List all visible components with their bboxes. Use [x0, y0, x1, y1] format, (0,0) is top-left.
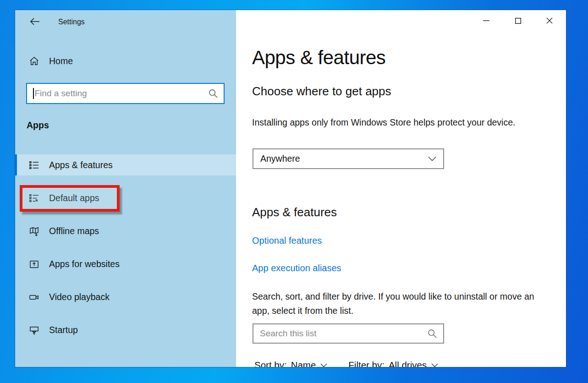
main-content: Apps & features Choose where to get apps… [236, 10, 566, 367]
sidebar-item-apps-features[interactable]: Apps & features [15, 154, 236, 175]
sort-by-label: Sort by: [254, 360, 287, 367]
find-setting-box[interactable] [26, 83, 225, 104]
sidebar-item-label: Home [49, 56, 73, 66]
apps-features-icon [28, 159, 39, 170]
choose-where-heading: Choose where to get apps [252, 84, 391, 98]
sidebar-section-header: Apps [27, 120, 49, 131]
home-icon [28, 55, 39, 66]
app-execution-aliases-link[interactable]: App execution aliases [252, 263, 341, 274]
back-button[interactable] [25, 15, 44, 28]
sidebar-item-apps-for-websites[interactable]: Apps for websites [15, 253, 236, 274]
sidebar-item-label: Startup [49, 325, 78, 335]
selected-accent-bar [15, 154, 17, 175]
offline-maps-icon [28, 225, 39, 236]
chevron-down-icon[interactable] [320, 363, 327, 367]
search-icon [209, 89, 218, 98]
find-setting-input[interactable] [35, 88, 208, 98]
page-title: Apps & features [252, 47, 385, 69]
close-icon [546, 17, 553, 24]
sidebar-item-offline-maps[interactable]: Offline maps [15, 220, 236, 241]
sidebar-item-label: Apps for websites [49, 259, 120, 269]
chevron-down-icon[interactable] [431, 363, 438, 367]
video-playback-icon [28, 291, 39, 302]
sidebar-item-label: Apps & features [49, 160, 113, 170]
search-list-box[interactable] [253, 323, 444, 344]
filter-by-label: Filter by: [348, 360, 385, 367]
sort-filter-row: Sort by: Name Filter by: All drives [254, 360, 438, 367]
sidebar-item-label: Video playback [49, 292, 110, 302]
choose-where-description: Installing apps only from Windows Store … [252, 115, 542, 130]
apps-for-websites-icon [28, 258, 39, 269]
optional-features-link[interactable]: Optional features [252, 235, 322, 246]
sidebar-item-label: Default apps [49, 193, 99, 203]
dropdown-value: Anywhere [260, 153, 300, 164]
sidebar-item-startup[interactable]: Startup [15, 319, 236, 340]
chevron-down-icon [428, 156, 436, 161]
search-icon [428, 329, 437, 338]
apps-features-section-heading: Apps & features [252, 205, 337, 219]
app-title: Settings [58, 18, 85, 26]
app-source-dropdown[interactable]: Anywhere [253, 148, 444, 169]
default-apps-icon [28, 192, 39, 203]
startup-icon [28, 324, 39, 335]
settings-window: Settings Home Apps [15, 10, 566, 367]
maximize-icon [515, 18, 521, 24]
window-controls [476, 10, 560, 31]
minimize-button[interactable] [476, 13, 497, 28]
back-arrow-icon [30, 17, 40, 26]
sidebar-item-home[interactable]: Home [15, 50, 236, 71]
filter-by-value[interactable]: All drives [389, 360, 427, 367]
search-sort-description: Search, sort, and filter by drive. If yo… [252, 290, 542, 318]
sidebar-item-default-apps[interactable]: Default apps [15, 187, 236, 208]
sidebar-item-label: Offline maps [49, 226, 99, 236]
sidebar: Settings Home Apps [15, 10, 236, 367]
sidebar-item-video-playback[interactable]: Video playback [15, 286, 236, 307]
search-list-input[interactable] [260, 328, 425, 339]
minimize-icon [483, 20, 489, 21]
filter-group: Filter by: All drives [348, 360, 438, 367]
text-cursor [33, 88, 34, 99]
maximize-button[interactable] [507, 13, 528, 28]
close-button[interactable] [539, 13, 560, 28]
sort-by-value[interactable]: Name [291, 360, 316, 367]
